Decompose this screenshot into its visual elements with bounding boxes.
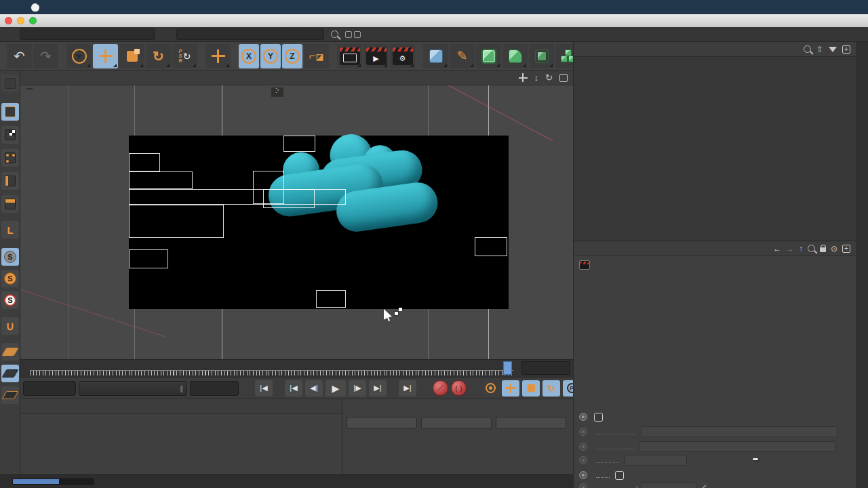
search-icon[interactable]: [808, 245, 815, 252]
mograph-cloner-button[interactable]: [529, 44, 554, 68]
maximize-view-icon[interactable]: [559, 74, 568, 82]
panel-toggle-icon[interactable]: [345, 31, 352, 38]
search-icon[interactable]: [804, 45, 811, 53]
range-grip-icon[interactable]: ||: [180, 384, 182, 392]
keyframe-record-button[interactable]: [481, 380, 499, 396]
snap-3d-button[interactable]: S: [1, 270, 19, 287]
record-keyframe-button[interactable]: ⟋: [433, 380, 448, 396]
duration-spinner[interactable]: [190, 381, 239, 396]
workplane-button[interactable]: [1, 343, 19, 361]
tag-properties-title: [574, 275, 856, 285]
undo-button[interactable]: ↶: [7, 44, 32, 68]
move-tool-button[interactable]: [93, 44, 118, 68]
play-button[interactable]: ▶: [326, 380, 346, 396]
key-rotation-button[interactable]: ↻: [542, 380, 560, 396]
close-window-button[interactable]: [5, 17, 12, 24]
live-selection-button[interactable]: ➤: [66, 44, 92, 68]
apply-button[interactable]: [496, 417, 566, 429]
rotate-tool-button[interactable]: ↻: [146, 44, 171, 68]
texture-mode-button[interactable]: [1, 126, 19, 144]
make-editable-button[interactable]: [1, 75, 19, 92]
orbit-icon[interactable]: ↻: [545, 73, 553, 82]
add-panel-icon[interactable]: +: [842, 45, 850, 54]
selection-rect: [283, 136, 315, 152]
filter-icon[interactable]: [829, 47, 837, 52]
move-tool-alt-button[interactable]: [205, 44, 231, 68]
previous-frame-button[interactable]: ◀|: [305, 380, 323, 396]
linkedin-in-badge: [753, 458, 758, 460]
up-icon[interactable]: ↑: [799, 244, 803, 253]
zoom-window-button[interactable]: [29, 17, 37, 24]
animation-dot-icon: [579, 456, 587, 464]
force-antialiasing-checkbox[interactable]: [594, 413, 603, 422]
app-menu-bar: [0, 27, 868, 42]
x-axis-lock-button[interactable]: X: [239, 44, 259, 68]
pan-icon[interactable]: [519, 73, 528, 82]
redo-button[interactable]: ↷: [33, 44, 58, 68]
material-menu-bar: [20, 399, 342, 414]
edges-mode-button[interactable]: [1, 172, 19, 190]
axis-line: [397, 85, 553, 141]
size-mode-dropdown[interactable]: [421, 417, 492, 429]
animation-dot-icon[interactable]: [579, 471, 587, 479]
current-frame-spinner[interactable]: [23, 381, 76, 396]
node-space-dropdown[interactable]: [20, 28, 155, 40]
layout-dropdown[interactable]: [176, 28, 324, 40]
coordinates-panel: [342, 399, 573, 474]
move-up-icon[interactable]: ⇧: [816, 45, 823, 54]
panel-toggle-icon[interactable]: [354, 31, 361, 38]
previous-key-button[interactable]: |◀: [285, 380, 302, 396]
extrude-generator-button[interactable]: [502, 44, 528, 68]
key-scale-button[interactable]: [522, 380, 540, 396]
magnet-snap-button[interactable]: ∪: [1, 317, 19, 335]
render-settings-button[interactable]: ⚙: [390, 44, 415, 68]
progress-bar: [12, 479, 94, 485]
min-dropdown: [641, 426, 837, 437]
z-axis-lock-button[interactable]: Z: [282, 44, 302, 68]
render-view-button[interactable]: [337, 44, 362, 68]
minimize-window-button[interactable]: [17, 17, 24, 24]
autokey-button[interactable]: ( ): [451, 380, 467, 396]
search-icon[interactable]: [331, 30, 338, 38]
lock-workplane-button[interactable]: [1, 365, 19, 382]
polygons-mode-button[interactable]: [1, 195, 19, 213]
go-to-end-button[interactable]: ▶|: [399, 380, 416, 396]
timeline-ruler[interactable]: [20, 359, 573, 377]
viewport-canvas[interactable]: ⁚°: [20, 85, 573, 359]
dolly-icon[interactable]: ↕: [534, 73, 539, 82]
cube-primitive-button[interactable]: [423, 44, 448, 68]
points-mode-button[interactable]: [1, 149, 19, 167]
y-axis-lock-button[interactable]: Y: [260, 44, 281, 68]
matte-object-checkbox[interactable]: [615, 471, 624, 480]
model-mode-button[interactable]: [1, 103, 19, 121]
timeline-end-spinner[interactable]: [521, 361, 570, 375]
coordinate-system-button[interactable]: ⌐◪: [304, 44, 329, 68]
coordinate-mode-dropdown[interactable]: [347, 417, 417, 429]
lock-icon[interactable]: [820, 247, 826, 252]
enable-snap-button[interactable]: S: [1, 248, 19, 266]
snap-2d-button[interactable]: S: [1, 291, 19, 309]
scale-tool-button[interactable]: [119, 44, 144, 68]
apple-icon[interactable]: [31, 3, 39, 12]
back-icon[interactable]: ←: [773, 244, 781, 253]
camera-name-label[interactable]: ⁚°: [271, 87, 283, 97]
add-panel-icon[interactable]: +: [842, 245, 850, 253]
next-frame-button[interactable]: |▶: [349, 380, 366, 396]
key-position-button[interactable]: [502, 380, 519, 396]
target-icon[interactable]: ⊙: [831, 244, 837, 253]
max-dropdown: [639, 441, 835, 452]
enable-axis-button[interactable]: L: [1, 221, 19, 239]
go-to-start-button[interactable]: |◀: [255, 380, 273, 396]
pen-spline-button[interactable]: ✎: [450, 44, 475, 68]
last-tool-psr-button[interactable]: PSR↻: [172, 44, 197, 68]
timeline-minor-ticks: [30, 370, 513, 375]
view-name-label[interactable]: [26, 88, 33, 89]
render-picture-viewer-button[interactable]: ▶: [363, 44, 389, 68]
align-workplane-button[interactable]: [1, 386, 19, 404]
subdivision-surface-button[interactable]: [476, 44, 501, 68]
animation-dot-icon[interactable]: [579, 413, 587, 421]
timeline-playhead[interactable]: [503, 361, 512, 375]
next-key-button[interactable]: ▶|: [369, 380, 387, 396]
frame-range-slider[interactable]: ||: [79, 381, 187, 396]
forward-icon[interactable]: →: [786, 244, 794, 253]
